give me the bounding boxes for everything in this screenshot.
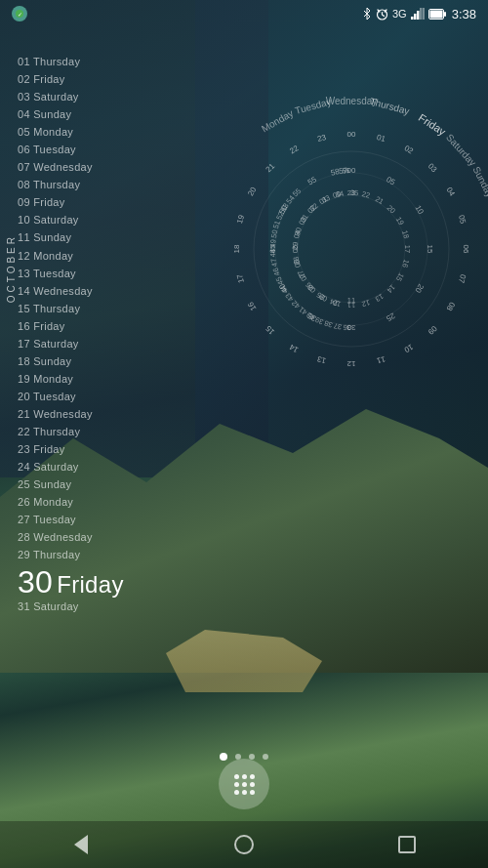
- back-button[interactable]: [63, 827, 99, 862]
- svg-text:36: 36: [343, 323, 351, 332]
- navigation-bar: [0, 821, 488, 868]
- home-button[interactable]: [226, 827, 262, 862]
- today-number: 30: [18, 566, 53, 598]
- svg-rect-9: [444, 12, 446, 17]
- svg-text:55: 55: [306, 175, 319, 187]
- alarm-icon: [376, 8, 388, 21]
- svg-text:07: 07: [457, 273, 468, 284]
- svg-text:20: 20: [386, 203, 397, 215]
- svg-rect-6: [420, 8, 423, 20]
- calendar-day-item: 14 Wednesday: [18, 283, 124, 300]
- svg-text:Saturday: Saturday: [444, 132, 478, 168]
- svg-text:37: 37: [333, 321, 343, 331]
- svg-text:14: 14: [288, 342, 301, 354]
- calendar-day-item: 12 Monday: [18, 248, 124, 265]
- calendar-day-item: 22 Thursday: [18, 424, 124, 440]
- svg-text:05: 05: [457, 214, 468, 225]
- svg-text:13: 13: [316, 354, 327, 365]
- calendar-day-item: 13 Tuesday: [18, 266, 124, 282]
- calendar-day-item: 05 Monday: [18, 124, 124, 141]
- calendar-day-item: 18 Sunday: [18, 353, 124, 370]
- calendar-day-item: 01 Thursday: [18, 54, 124, 70]
- svg-text:11: 11: [375, 354, 386, 365]
- svg-text:09: 09: [426, 324, 438, 337]
- svg-text:16: 16: [246, 300, 259, 312]
- today-row: 30Friday: [18, 566, 124, 598]
- calendar-day-item: 03 Saturday: [18, 89, 124, 105]
- calendar-day-item: 25 Sunday: [18, 476, 124, 493]
- svg-text:23: 23: [316, 133, 327, 144]
- svg-text:20: 20: [413, 282, 426, 295]
- calendar-day-item: 27 Tuesday: [18, 512, 124, 528]
- svg-text:15: 15: [264, 323, 276, 336]
- svg-text:05: 05: [385, 175, 397, 187]
- svg-text:03: 03: [427, 162, 439, 175]
- back-icon: [74, 835, 88, 854]
- svg-text:12: 12: [346, 359, 355, 368]
- svg-text:47: 47: [269, 258, 279, 268]
- network-3g: 3G: [392, 8, 407, 20]
- signal-icon: [411, 8, 425, 20]
- calendar-day-item: 20 Tuesday: [18, 389, 124, 405]
- svg-text:50: 50: [269, 229, 279, 239]
- svg-text:14: 14: [386, 283, 397, 295]
- svg-text:00: 00: [347, 130, 356, 139]
- svg-text:Sunday: Sunday: [470, 165, 488, 199]
- calendar-day-item: 17 Saturday: [18, 336, 124, 352]
- calendar-day-item: 10 Saturday: [18, 212, 124, 228]
- svg-text:29: 29: [291, 242, 300, 251]
- svg-rect-4: [414, 14, 417, 20]
- svg-text:25: 25: [385, 311, 397, 324]
- status-time: 3:38: [452, 7, 476, 21]
- calendar-day-item: 29 Thursday: [18, 547, 124, 563]
- recent-icon: [398, 836, 416, 853]
- svg-text:46: 46: [270, 267, 281, 277]
- page-dot-1: [220, 753, 227, 761]
- svg-text:15: 15: [426, 245, 434, 254]
- calendar-day-item: 19 Monday: [18, 371, 124, 388]
- svg-text:04: 04: [445, 186, 458, 198]
- svg-text:49: 49: [268, 239, 278, 248]
- apps-grid-icon: [232, 772, 257, 797]
- svg-text:08: 08: [444, 301, 457, 313]
- svg-text:01: 01: [376, 133, 386, 144]
- svg-text:11: 11: [347, 296, 355, 305]
- calendar-day-item: 23 Friday: [18, 441, 124, 458]
- month-label: OCTOBER: [6, 234, 17, 303]
- status-right: 3G 3:38: [362, 7, 476, 21]
- svg-text:35: 35: [350, 188, 359, 197]
- svg-text:✓: ✓: [18, 12, 22, 18]
- calendar-day-item: 30Friday: [18, 566, 124, 598]
- svg-text:21: 21: [374, 194, 386, 206]
- svg-text:22: 22: [288, 144, 301, 156]
- calendar-day-item: 24 Saturday: [18, 459, 124, 475]
- apps-button[interactable]: [219, 759, 269, 809]
- calendar-day-item: 04 Sunday: [18, 106, 124, 123]
- svg-text:10: 10: [402, 343, 415, 355]
- calendar-day-item: 02 Friday: [18, 71, 124, 88]
- calendar-day-item: 26 Monday: [18, 494, 124, 511]
- svg-rect-3: [411, 17, 414, 20]
- calendar-day-item: 08 Thursday: [18, 177, 124, 193]
- svg-text:Monday: Monday: [260, 107, 295, 134]
- recent-button[interactable]: [389, 827, 425, 862]
- today-dayname: Friday: [57, 573, 123, 597]
- calendar-day-item: 31 Saturday: [18, 599, 124, 615]
- status-bar: ✓ 3G 3:38: [0, 0, 488, 27]
- svg-rect-5: [417, 11, 420, 20]
- svg-text:10: 10: [414, 204, 427, 217]
- svg-text:Friday: Friday: [417, 111, 449, 138]
- calendar-list: 01 Thursday02 Friday03 Saturday04 Sunday…: [18, 54, 124, 615]
- status-left: ✓: [12, 6, 27, 21]
- calendar-day-item: 06 Tuesday: [18, 142, 124, 158]
- svg-text:02: 02: [403, 144, 416, 156]
- bluetooth-icon: [362, 7, 372, 21]
- calendar-day-item: 16 Friday: [18, 318, 124, 335]
- calendar-day-item: 28 Wednesday: [18, 529, 124, 546]
- battery-icon: [428, 9, 446, 20]
- clock-widget: Monday Tuesday Wednesday Thursday Friday…: [185, 83, 488, 415]
- calendar-day-item: 15 Thursday: [18, 301, 124, 317]
- svg-text:18: 18: [232, 244, 241, 253]
- svg-text:19: 19: [235, 214, 246, 225]
- svg-text:17: 17: [235, 272, 246, 283]
